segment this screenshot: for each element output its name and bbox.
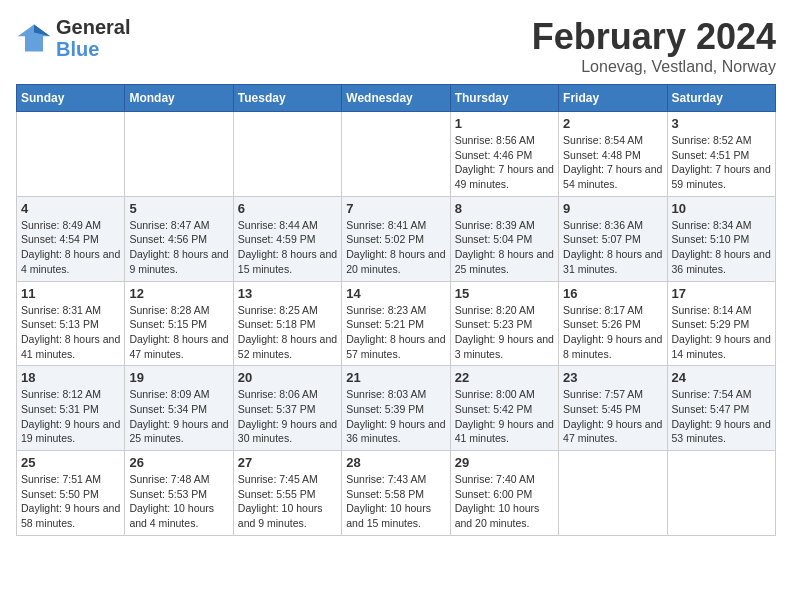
calendar-cell: 14Sunrise: 8:23 AMSunset: 5:21 PMDayligh…: [342, 281, 450, 366]
day-number: 9: [563, 201, 662, 216]
day-number: 4: [21, 201, 120, 216]
day-info: Sunrise: 7:45 AMSunset: 5:55 PMDaylight:…: [238, 472, 337, 531]
calendar-cell: 12Sunrise: 8:28 AMSunset: 5:15 PMDayligh…: [125, 281, 233, 366]
logo-icon: [16, 20, 52, 56]
calendar-cell: 7Sunrise: 8:41 AMSunset: 5:02 PMDaylight…: [342, 196, 450, 281]
day-info: Sunrise: 8:14 AMSunset: 5:29 PMDaylight:…: [672, 303, 771, 362]
day-number: 23: [563, 370, 662, 385]
calendar-cell: 17Sunrise: 8:14 AMSunset: 5:29 PMDayligh…: [667, 281, 775, 366]
day-info: Sunrise: 8:09 AMSunset: 5:34 PMDaylight:…: [129, 387, 228, 446]
day-info: Sunrise: 8:44 AMSunset: 4:59 PMDaylight:…: [238, 218, 337, 277]
calendar-cell: 27Sunrise: 7:45 AMSunset: 5:55 PMDayligh…: [233, 451, 341, 536]
day-number: 1: [455, 116, 554, 131]
day-number: 16: [563, 286, 662, 301]
day-info: Sunrise: 8:49 AMSunset: 4:54 PMDaylight:…: [21, 218, 120, 277]
day-number: 18: [21, 370, 120, 385]
logo: General Blue: [16, 16, 130, 60]
day-info: Sunrise: 7:40 AMSunset: 6:00 PMDaylight:…: [455, 472, 554, 531]
calendar-cell: 2Sunrise: 8:54 AMSunset: 4:48 PMDaylight…: [559, 112, 667, 197]
calendar-cell: 28Sunrise: 7:43 AMSunset: 5:58 PMDayligh…: [342, 451, 450, 536]
calendar-cell: 23Sunrise: 7:57 AMSunset: 5:45 PMDayligh…: [559, 366, 667, 451]
day-number: 22: [455, 370, 554, 385]
calendar-cell: 15Sunrise: 8:20 AMSunset: 5:23 PMDayligh…: [450, 281, 558, 366]
calendar-cell: 21Sunrise: 8:03 AMSunset: 5:39 PMDayligh…: [342, 366, 450, 451]
calendar-cell: 18Sunrise: 8:12 AMSunset: 5:31 PMDayligh…: [17, 366, 125, 451]
calendar-cell: 29Sunrise: 7:40 AMSunset: 6:00 PMDayligh…: [450, 451, 558, 536]
day-info: Sunrise: 8:23 AMSunset: 5:21 PMDaylight:…: [346, 303, 445, 362]
week-row-1: 1Sunrise: 8:56 AMSunset: 4:46 PMDaylight…: [17, 112, 776, 197]
calendar-cell: 19Sunrise: 8:09 AMSunset: 5:34 PMDayligh…: [125, 366, 233, 451]
day-number: 25: [21, 455, 120, 470]
day-number: 13: [238, 286, 337, 301]
calendar-cell: 1Sunrise: 8:56 AMSunset: 4:46 PMDaylight…: [450, 112, 558, 197]
weekday-header-monday: Monday: [125, 85, 233, 112]
calendar-cell: 16Sunrise: 8:17 AMSunset: 5:26 PMDayligh…: [559, 281, 667, 366]
week-row-3: 11Sunrise: 8:31 AMSunset: 5:13 PMDayligh…: [17, 281, 776, 366]
day-info: Sunrise: 7:48 AMSunset: 5:53 PMDaylight:…: [129, 472, 228, 531]
day-number: 11: [21, 286, 120, 301]
day-info: Sunrise: 8:17 AMSunset: 5:26 PMDaylight:…: [563, 303, 662, 362]
calendar-cell: [17, 112, 125, 197]
week-row-4: 18Sunrise: 8:12 AMSunset: 5:31 PMDayligh…: [17, 366, 776, 451]
calendar-cell: [559, 451, 667, 536]
day-number: 26: [129, 455, 228, 470]
day-info: Sunrise: 8:31 AMSunset: 5:13 PMDaylight:…: [21, 303, 120, 362]
calendar-cell: [233, 112, 341, 197]
day-number: 3: [672, 116, 771, 131]
location-title: Lonevag, Vestland, Norway: [532, 58, 776, 76]
calendar-cell: 22Sunrise: 8:00 AMSunset: 5:42 PMDayligh…: [450, 366, 558, 451]
day-info: Sunrise: 8:52 AMSunset: 4:51 PMDaylight:…: [672, 133, 771, 192]
weekday-header-saturday: Saturday: [667, 85, 775, 112]
day-number: 19: [129, 370, 228, 385]
calendar-cell: 10Sunrise: 8:34 AMSunset: 5:10 PMDayligh…: [667, 196, 775, 281]
calendar-cell: 13Sunrise: 8:25 AMSunset: 5:18 PMDayligh…: [233, 281, 341, 366]
day-info: Sunrise: 7:43 AMSunset: 5:58 PMDaylight:…: [346, 472, 445, 531]
page-header: General Blue February 2024 Lonevag, Vest…: [16, 16, 776, 76]
calendar-cell: 3Sunrise: 8:52 AMSunset: 4:51 PMDaylight…: [667, 112, 775, 197]
day-info: Sunrise: 8:41 AMSunset: 5:02 PMDaylight:…: [346, 218, 445, 277]
day-info: Sunrise: 8:28 AMSunset: 5:15 PMDaylight:…: [129, 303, 228, 362]
weekday-header-wednesday: Wednesday: [342, 85, 450, 112]
day-number: 20: [238, 370, 337, 385]
calendar-cell: [342, 112, 450, 197]
calendar-cell: [125, 112, 233, 197]
calendar-cell: 6Sunrise: 8:44 AMSunset: 4:59 PMDaylight…: [233, 196, 341, 281]
weekday-header-sunday: Sunday: [17, 85, 125, 112]
day-info: Sunrise: 7:57 AMSunset: 5:45 PMDaylight:…: [563, 387, 662, 446]
weekday-header-friday: Friday: [559, 85, 667, 112]
day-number: 21: [346, 370, 445, 385]
day-info: Sunrise: 8:25 AMSunset: 5:18 PMDaylight:…: [238, 303, 337, 362]
day-number: 2: [563, 116, 662, 131]
day-info: Sunrise: 8:56 AMSunset: 4:46 PMDaylight:…: [455, 133, 554, 192]
calendar-cell: 11Sunrise: 8:31 AMSunset: 5:13 PMDayligh…: [17, 281, 125, 366]
calendar-cell: 24Sunrise: 7:54 AMSunset: 5:47 PMDayligh…: [667, 366, 775, 451]
month-title: February 2024: [532, 16, 776, 58]
day-info: Sunrise: 7:51 AMSunset: 5:50 PMDaylight:…: [21, 472, 120, 531]
weekday-header-row: SundayMondayTuesdayWednesdayThursdayFrid…: [17, 85, 776, 112]
day-info: Sunrise: 8:03 AMSunset: 5:39 PMDaylight:…: [346, 387, 445, 446]
weekday-header-tuesday: Tuesday: [233, 85, 341, 112]
day-info: Sunrise: 8:54 AMSunset: 4:48 PMDaylight:…: [563, 133, 662, 192]
day-number: 7: [346, 201, 445, 216]
calendar-cell: 4Sunrise: 8:49 AMSunset: 4:54 PMDaylight…: [17, 196, 125, 281]
calendar-cell: [667, 451, 775, 536]
day-info: Sunrise: 8:34 AMSunset: 5:10 PMDaylight:…: [672, 218, 771, 277]
day-info: Sunrise: 8:47 AMSunset: 4:56 PMDaylight:…: [129, 218, 228, 277]
calendar-cell: 9Sunrise: 8:36 AMSunset: 5:07 PMDaylight…: [559, 196, 667, 281]
calendar-cell: 20Sunrise: 8:06 AMSunset: 5:37 PMDayligh…: [233, 366, 341, 451]
title-area: February 2024 Lonevag, Vestland, Norway: [532, 16, 776, 76]
day-number: 12: [129, 286, 228, 301]
day-number: 29: [455, 455, 554, 470]
day-info: Sunrise: 8:06 AMSunset: 5:37 PMDaylight:…: [238, 387, 337, 446]
day-number: 8: [455, 201, 554, 216]
day-info: Sunrise: 8:00 AMSunset: 5:42 PMDaylight:…: [455, 387, 554, 446]
day-number: 24: [672, 370, 771, 385]
day-info: Sunrise: 8:12 AMSunset: 5:31 PMDaylight:…: [21, 387, 120, 446]
weekday-header-thursday: Thursday: [450, 85, 558, 112]
day-number: 5: [129, 201, 228, 216]
day-info: Sunrise: 8:36 AMSunset: 5:07 PMDaylight:…: [563, 218, 662, 277]
week-row-2: 4Sunrise: 8:49 AMSunset: 4:54 PMDaylight…: [17, 196, 776, 281]
calendar-cell: 26Sunrise: 7:48 AMSunset: 5:53 PMDayligh…: [125, 451, 233, 536]
day-info: Sunrise: 7:54 AMSunset: 5:47 PMDaylight:…: [672, 387, 771, 446]
day-number: 15: [455, 286, 554, 301]
